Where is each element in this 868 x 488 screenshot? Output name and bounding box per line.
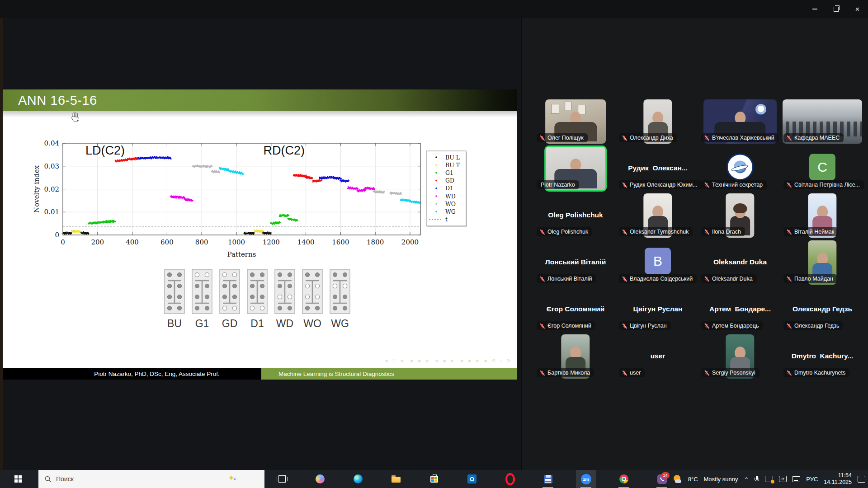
taskbar-app-opera[interactable] bbox=[500, 470, 520, 488]
edge-icon bbox=[354, 474, 363, 483]
taskbar-app-viber[interactable]: 14 bbox=[652, 470, 672, 488]
viber-badge: 14 bbox=[661, 472, 670, 479]
search-placeholder: Поиск bbox=[56, 475, 74, 483]
novelty-index-chart: 020040060080010001200140016001800200000.… bbox=[30, 131, 500, 280]
participant-tile[interactable]: В'ячеслав Харжевський bbox=[700, 99, 780, 144]
participant-tile[interactable]: Oleksandr Tymoshchuk bbox=[618, 193, 698, 238]
muted-mic-icon bbox=[786, 229, 792, 235]
taskbar-app-task-view[interactable] bbox=[272, 470, 292, 488]
svg-text:0.01: 0.01 bbox=[44, 208, 59, 216]
participants-panel: Олег ПоліщукОлександр ДихаВ'ячеслав Харж… bbox=[521, 18, 868, 470]
taskbar-app-copilot[interactable] bbox=[310, 470, 330, 488]
restore-button[interactable] bbox=[826, 0, 847, 18]
beam-label-GD: GD bbox=[219, 318, 240, 330]
taskbar-app-store[interactable] bbox=[424, 470, 444, 488]
tray-display-sync-icon[interactable]: ⟳ bbox=[779, 476, 787, 482]
taskbar-app-zoom[interactable]: zm bbox=[576, 470, 596, 488]
slide-title-banner: ANN 16-5-16 bbox=[3, 89, 517, 111]
viber-icon: 14 bbox=[657, 474, 667, 484]
participant-tile[interactable]: useruser bbox=[618, 334, 698, 379]
participant-letter-avatar: B bbox=[645, 248, 671, 274]
participant-name-label: Віталій Неймак bbox=[783, 227, 838, 236]
slide-title: ANN 16-5-16 bbox=[3, 93, 97, 108]
participant-tile[interactable]: Олександр Диха bbox=[618, 99, 698, 144]
muted-mic-icon bbox=[539, 276, 545, 282]
participant-tile[interactable]: Рудик Олексан...Рудик Олександр Юхим... bbox=[618, 146, 698, 191]
start-button[interactable] bbox=[9, 470, 27, 488]
participant-display-name: Рудик Олексан... bbox=[618, 164, 698, 172]
participant-name-label: user bbox=[619, 368, 645, 377]
window-titlebar: ✕ bbox=[0, 0, 868, 18]
taskbar-app-file-explorer[interactable] bbox=[386, 470, 406, 488]
participant-tile[interactable]: Павло Майдан bbox=[783, 240, 862, 285]
svg-text:Patterns: Patterns bbox=[227, 250, 256, 258]
participant-tile[interactable]: Олег Поліщук bbox=[536, 99, 615, 144]
participants-grid: Олег ПоліщукОлександр ДихаВ'ячеслав Харж… bbox=[536, 99, 862, 379]
participant-tile[interactable]: Oleg PolishchukOleg Polishchuk bbox=[536, 193, 615, 238]
notification-center-icon[interactable] bbox=[858, 476, 865, 483]
tray-microphone-icon[interactable] bbox=[755, 476, 759, 482]
beam-label-WO: WO bbox=[302, 318, 323, 330]
participant-tile[interactable]: Артем Бондаре...Артем Бондарець bbox=[700, 287, 780, 332]
taskbar-app-outlook[interactable]: O bbox=[462, 470, 482, 488]
participant-name-label: Piotr Nazarko bbox=[537, 180, 579, 189]
svg-text:GD: GD bbox=[445, 177, 454, 184]
taskbar-search[interactable]: Поиск ✦✦ bbox=[38, 470, 264, 488]
microsoft-store-icon bbox=[430, 476, 438, 483]
taskbar-app-edge[interactable] bbox=[348, 470, 368, 488]
muted-mic-icon bbox=[622, 370, 627, 376]
weather-condition[interactable]: Mostly sunny bbox=[704, 476, 738, 483]
tray-network-icon[interactable] bbox=[793, 476, 800, 482]
participant-name-label: Олег Поліщук bbox=[537, 133, 588, 142]
participant-tile[interactable]: Sergiy Posonskyi bbox=[700, 334, 780, 379]
weather-temperature[interactable]: 8°C bbox=[688, 476, 698, 483]
participant-tile[interactable]: Piotr Nazarko bbox=[536, 146, 615, 191]
participant-tile[interactable]: Цвігун РусланЦвігун Руслан bbox=[618, 287, 698, 332]
participant-tile[interactable]: Кафедра МАЕЕС bbox=[783, 99, 862, 144]
taskbar-app-backup[interactable] bbox=[538, 470, 558, 488]
weather-icon[interactable] bbox=[673, 474, 682, 483]
close-button[interactable]: ✕ bbox=[847, 0, 868, 18]
beam-label-WD: WD bbox=[274, 318, 295, 330]
participant-tile[interactable]: CСвітлана Петрівна Лісе... bbox=[783, 146, 862, 191]
svg-text:WG: WG bbox=[445, 208, 456, 215]
participant-tile[interactable]: Технічний секретар bbox=[700, 146, 780, 191]
search-highlights-icon[interactable]: ✦✦ bbox=[228, 473, 235, 483]
participant-logo-avatar bbox=[726, 153, 754, 180]
participant-name-label: Кафедра МАЕЕС bbox=[783, 133, 844, 142]
beam-damage-diagrams bbox=[164, 269, 350, 314]
participant-name-label: Бартков Микола bbox=[537, 368, 594, 377]
search-icon bbox=[45, 476, 52, 483]
participant-tile[interactable]: Олександр ГедзьОлександр Гедзь bbox=[783, 287, 862, 332]
participant-tile[interactable]: Ilona Drach bbox=[700, 193, 780, 238]
tray-expand-icon[interactable]: ⌃ bbox=[744, 476, 749, 483]
participant-display-name: Dmytro Kachury... bbox=[783, 352, 862, 360]
participant-name-label: Павло Майдан bbox=[783, 274, 837, 283]
participant-tile[interactable]: Dmytro Kachury...Dmytro Kachurynets bbox=[783, 334, 862, 379]
muted-mic-icon bbox=[704, 135, 710, 141]
participant-name-label: Oleksandr Tymoshchuk bbox=[619, 227, 693, 236]
participant-tile[interactable]: Oleksandr DukaOleksandr Duka bbox=[700, 240, 780, 285]
beam-label-BU: BU bbox=[164, 318, 185, 330]
language-indicator[interactable]: РУС bbox=[806, 476, 818, 483]
participant-tile[interactable]: Єгор СоломянийЄгор Соломяний bbox=[536, 287, 615, 332]
file-explorer-icon bbox=[392, 475, 401, 483]
taskbar-app-chrome[interactable] bbox=[614, 470, 634, 488]
hand-cursor-icon bbox=[71, 112, 80, 123]
tray-cast-icon[interactable] bbox=[765, 476, 773, 482]
muted-mic-icon bbox=[704, 323, 710, 329]
svg-text:t: t bbox=[445, 216, 448, 223]
participant-name-label: В'ячеслав Харжевський bbox=[701, 133, 778, 142]
minimize-button[interactable] bbox=[804, 0, 826, 18]
opera-icon bbox=[505, 473, 515, 485]
participant-name-label: Технічний секретар bbox=[701, 180, 767, 189]
participant-tile[interactable]: Віталій Неймак bbox=[783, 193, 862, 238]
beamer-navigation-bar[interactable]: ◄ □ ► ◄ ■ ► ◄ ■ ► ◄ ■ ► ■ ⟲ ○ ⟳ bbox=[384, 358, 512, 364]
svg-text:1000: 1000 bbox=[228, 238, 245, 246]
participant-tile[interactable]: Бартков Микола bbox=[536, 334, 615, 379]
participant-tile[interactable]: BВладислав Свідерський bbox=[618, 240, 698, 285]
tray-clock[interactable]: 11:54 14.11.2025 bbox=[824, 472, 852, 486]
participant-name-label: Цвігун Руслан bbox=[619, 321, 671, 330]
participant-display-name: Лонський Віталій bbox=[536, 258, 615, 266]
participant-tile[interactable]: Лонський ВіталійЛонський Віталій bbox=[536, 240, 615, 285]
